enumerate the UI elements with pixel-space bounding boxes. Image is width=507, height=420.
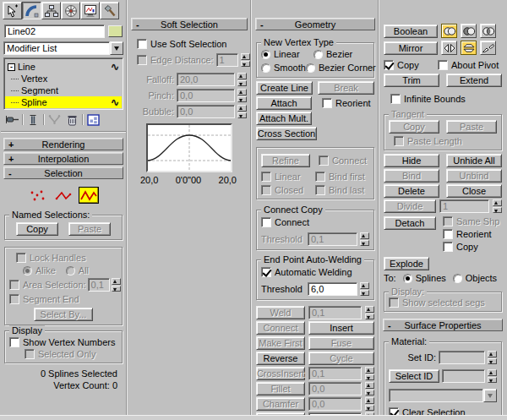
bind-first-checkbox[interactable]: Bind first bbox=[315, 172, 365, 182]
boolean-union-button[interactable] bbox=[441, 24, 457, 38]
make-unique-button[interactable] bbox=[46, 113, 62, 127]
weld-button[interactable]: Weld bbox=[256, 306, 305, 319]
same-shp-checkbox[interactable]: Same Shp bbox=[443, 216, 499, 226]
bubble-spinner[interactable] bbox=[237, 105, 247, 118]
falloff-field[interactable]: 20,0 bbox=[177, 73, 235, 86]
configure-modifier-sets-button[interactable] bbox=[85, 113, 101, 127]
object-color-swatch[interactable] bbox=[108, 25, 123, 37]
expand-collapse-icon[interactable]: - bbox=[8, 63, 15, 71]
auto-weld-threshold-spinner[interactable] bbox=[360, 282, 369, 296]
fillet-field[interactable]: 0,0 bbox=[308, 382, 362, 395]
fillet-button[interactable]: Fillet bbox=[256, 382, 305, 395]
cycle-button[interactable]: Cycle bbox=[308, 352, 374, 365]
pinch-field[interactable]: 0,0 bbox=[177, 89, 235, 102]
divide-spinner[interactable] bbox=[493, 199, 502, 213]
tab-display[interactable] bbox=[80, 2, 100, 19]
boolean-button[interactable]: Boolean bbox=[384, 25, 438, 38]
weld-field[interactable]: 0,1 bbox=[308, 306, 362, 319]
attach-mult-button[interactable]: Attach Mult. bbox=[256, 112, 312, 125]
mirror-vertical-button[interactable] bbox=[461, 41, 477, 55]
modifier-list-dropdown[interactable]: Modifier List bbox=[3, 41, 123, 55]
pinch-spinner[interactable] bbox=[237, 89, 247, 102]
automatic-welding-checkbox[interactable]: Automatic Welding bbox=[261, 267, 369, 277]
select-id-spinner[interactable] bbox=[488, 369, 497, 383]
mirror-horizontal-button[interactable] bbox=[441, 41, 457, 55]
mirror-copy-checkbox[interactable]: Copy bbox=[384, 60, 438, 70]
extend-button[interactable]: Extend bbox=[446, 74, 502, 87]
remove-modifier-button[interactable] bbox=[64, 113, 79, 127]
tab-motion[interactable] bbox=[61, 2, 80, 19]
segment-end-checkbox[interactable]: Segment End bbox=[9, 294, 117, 304]
refine-button[interactable]: Refine bbox=[261, 154, 310, 167]
chamfer-button[interactable]: Chamfer bbox=[256, 397, 305, 411]
weld-spinner[interactable] bbox=[365, 306, 374, 319]
insert-button[interactable]: Insert bbox=[308, 321, 374, 335]
linear-checkbox[interactable]: Linear bbox=[261, 172, 315, 182]
cross-insert-button[interactable]: CrossInsert bbox=[256, 367, 305, 380]
object-name-input[interactable]: Line02 bbox=[4, 25, 105, 38]
tab-create[interactable] bbox=[3, 2, 22, 19]
tab-hierarchy[interactable] bbox=[41, 2, 61, 19]
cross-section-button[interactable]: Cross Section bbox=[256, 127, 317, 140]
rollout-header-soft-selection[interactable]: - Soft Selection bbox=[131, 18, 248, 30]
bezier-radio[interactable]: Bezier bbox=[313, 49, 352, 59]
fillet-spinner[interactable] bbox=[365, 382, 374, 395]
material-name-dropdown-field[interactable] bbox=[389, 389, 483, 402]
paste-length-checkbox[interactable]: Paste Length bbox=[394, 136, 497, 146]
alike-radio[interactable]: Alike bbox=[23, 265, 56, 275]
unhide-all-button[interactable]: Unhide All bbox=[446, 154, 502, 167]
infinite-bounds-checkbox[interactable]: Infinite Bounds bbox=[390, 94, 505, 104]
stack-row-vertex[interactable]: Vertex bbox=[5, 73, 122, 85]
cross-insert-spinner[interactable] bbox=[365, 367, 374, 380]
vertex-subobject-button[interactable] bbox=[28, 187, 48, 204]
segment-subobject-button[interactable] bbox=[53, 187, 74, 204]
create-line-button[interactable]: Create Line bbox=[256, 81, 313, 95]
use-soft-selection-checkbox[interactable]: Use Soft Selection bbox=[137, 39, 250, 49]
connect-button[interactable]: Connect bbox=[256, 321, 305, 335]
edge-distance-checkbox[interactable]: Edge Distance: bbox=[137, 55, 214, 65]
rollout-header-surface-properties[interactable]: - Surface Properties bbox=[383, 319, 503, 331]
closed-checkbox[interactable]: Closed bbox=[261, 185, 315, 195]
explode-button[interactable]: Explode bbox=[384, 257, 429, 270]
select-id-field[interactable] bbox=[442, 369, 485, 383]
show-end-result-button[interactable] bbox=[25, 113, 41, 127]
tab-utilities[interactable] bbox=[100, 2, 119, 19]
about-pivot-checkbox[interactable]: About Pivot bbox=[438, 60, 499, 70]
rollout-header-rendering[interactable]: + Rendering bbox=[3, 138, 123, 150]
boolean-subtraction-button[interactable] bbox=[461, 24, 477, 38]
tangent-copy-button[interactable]: Copy bbox=[389, 120, 439, 134]
stack-row-spline-selected[interactable]: Spline ∿ bbox=[5, 96, 122, 108]
attach-button[interactable]: Attach bbox=[256, 96, 312, 110]
area-selection-field[interactable]: 0,1 bbox=[88, 278, 110, 292]
paste-named-selection-button[interactable]: Paste bbox=[68, 222, 111, 236]
set-id-field[interactable] bbox=[439, 351, 485, 364]
bubble-field[interactable]: 0,0 bbox=[177, 105, 235, 118]
linear-radio[interactable]: Linear bbox=[261, 49, 313, 59]
unbind-button[interactable]: Unbind bbox=[446, 169, 502, 183]
connect-copy-checkbox[interactable]: Connect bbox=[261, 217, 369, 227]
bind-last-checkbox[interactable]: Bind last bbox=[315, 185, 364, 195]
detach-button[interactable]: Detach bbox=[384, 216, 436, 230]
divide-button[interactable]: Divide bbox=[384, 199, 436, 213]
bezier-corner-radio[interactable]: Bezier Corner bbox=[306, 63, 376, 73]
make-first-button[interactable]: Make First bbox=[256, 336, 305, 350]
material-dropdown-arrow-button[interactable] bbox=[483, 389, 497, 402]
divide-field[interactable]: 1 bbox=[439, 199, 489, 213]
detach-copy-checkbox[interactable]: Copy bbox=[443, 242, 499, 252]
falloff-spinner[interactable] bbox=[237, 73, 247, 86]
select-by-button[interactable]: Select By... bbox=[34, 308, 93, 321]
tab-modify[interactable] bbox=[22, 2, 41, 19]
trim-button[interactable]: Trim bbox=[384, 74, 439, 87]
refine-connect-checkbox[interactable]: Connect bbox=[319, 155, 367, 166]
stack-row-segment[interactable]: Segment bbox=[5, 85, 122, 96]
area-selection-checkbox[interactable]: Area Selection: bbox=[9, 280, 86, 290]
cross-insert-field[interactable]: 0,1 bbox=[308, 367, 362, 380]
rollout-header-geometry[interactable]: - Geometry bbox=[255, 18, 375, 30]
dropdown-arrow-button[interactable] bbox=[110, 41, 123, 55]
select-id-button[interactable]: Select ID bbox=[389, 369, 439, 383]
mirror-button[interactable]: Mirror bbox=[384, 41, 438, 55]
pin-stack-button[interactable] bbox=[4, 113, 19, 127]
hide-button[interactable]: Hide bbox=[384, 154, 439, 167]
edge-distance-spinner[interactable] bbox=[241, 53, 250, 67]
boolean-intersection-button[interactable] bbox=[480, 24, 496, 38]
